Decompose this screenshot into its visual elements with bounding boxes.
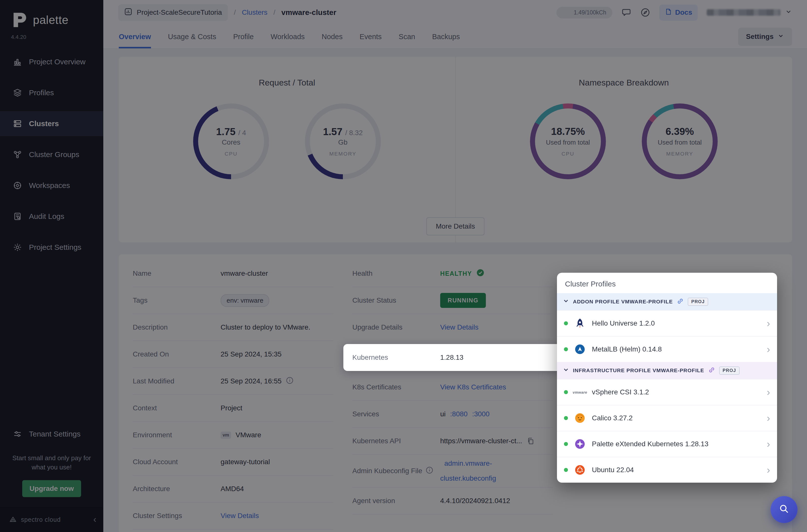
breadcrumb-clusters-link[interactable]: Clusters	[242, 8, 268, 16]
detail-label: Context	[133, 404, 221, 412]
tab-profile[interactable]: Profile	[233, 25, 254, 49]
tab-workloads[interactable]: Workloads	[271, 25, 305, 49]
profile-item-ubuntu[interactable]: Ubuntu 22.04 ›	[557, 457, 777, 483]
detail-row-cluster-status: Cluster Status RUNNING	[352, 287, 553, 314]
addon-profile-section-header[interactable]: ADDON PROFILE VMWARE-PROFILE PROJ	[557, 293, 777, 310]
project-selector[interactable]: Project-ScaleSecureTutoria	[118, 4, 228, 21]
cpu-caption: CPU	[225, 151, 238, 157]
sidebar-item-project-overview[interactable]: Project Overview	[0, 49, 103, 74]
tab-events[interactable]: Events	[360, 25, 382, 49]
details-left-column: Name vmware-cluster Tags env: vmware Des…	[133, 260, 333, 530]
brand-row: palette	[0, 0, 103, 29]
detail-label: Cloud Account	[133, 458, 221, 466]
brand-name: palette	[33, 13, 68, 27]
profile-layer-name: Palette eXtended Kubernetes 1.28.13	[592, 440, 709, 448]
detail-label: K8s Certificates	[352, 383, 440, 391]
search-icon	[778, 504, 790, 516]
topbar-right: 1.49/100kCh Docs	[556, 4, 792, 21]
chevron-right-icon: ›	[767, 465, 770, 475]
more-details-button[interactable]: More Details	[426, 217, 484, 235]
tab-usage-costs[interactable]: Usage & Costs	[168, 25, 216, 49]
namespace-breakdown-title: Namespace Breakdown	[456, 78, 792, 88]
detail-row-tags: Tags env: vmware	[133, 287, 333, 314]
upgrade-view-details-link[interactable]: View Details	[440, 323, 479, 331]
link-icon	[708, 366, 715, 375]
usage-meter: 1.49/100kCh	[556, 7, 612, 18]
detail-row-kubernetes-spotlight: Kubernetes 1.28.13	[343, 344, 562, 371]
workspaces-icon	[13, 181, 22, 190]
namespace-cpu-donut: 18.75% Used from total CPU	[530, 103, 606, 179]
details-right-column: Health HEALTHY Cluster Status RUNNING Up…	[352, 260, 553, 515]
detail-label: Services	[352, 410, 440, 418]
upgrade-now-button[interactable]: Upgrade now	[22, 480, 81, 497]
profiles-icon	[13, 88, 22, 97]
sidebar-item-profiles[interactable]: Profiles	[0, 80, 103, 105]
profile-layer-name: MetalLB (Helm) 0.14.8	[592, 345, 662, 353]
sidebar-item-clusters[interactable]: Clusters	[0, 111, 103, 136]
profile-item-vsphere-csi[interactable]: vmware vSphere CSI 3.1.2 ›	[557, 379, 777, 405]
tab-nodes[interactable]: Nodes	[322, 25, 343, 49]
profile-layer-name: Hello Universe 1.2.0	[592, 319, 655, 327]
service-port-3000-link[interactable]: :3000	[472, 410, 490, 418]
profile-item-calico[interactable]: Calico 3.27.2 ›	[557, 405, 777, 431]
kubeconfig-file-link[interactable]: cluster.kubeconfig	[440, 473, 496, 483]
detail-value: 4.4.10/20240921.0412	[440, 497, 510, 505]
health-status-text: HEALTHY	[440, 270, 472, 277]
info-icon[interactable]	[286, 377, 293, 386]
detail-value: VMware	[236, 431, 261, 439]
infrastructure-profile-name: INFRASTRUCTURE PROFILE VMWARE-PROFILE	[573, 367, 704, 374]
detail-label: Name	[133, 269, 221, 278]
scope-badge: PROJ	[688, 298, 708, 306]
detail-row-upgrade-details: Upgrade Details View Details	[352, 314, 553, 341]
detail-label: Description	[133, 323, 221, 331]
docs-button[interactable]: Docs	[659, 4, 698, 21]
request-total-section: Request / Total 1.75 / 4 Cores CPU 1.57 …	[119, 57, 456, 242]
view-k8s-certificates-link[interactable]: View K8s Certificates	[440, 383, 506, 391]
profile-item-hello-universe[interactable]: Hello Universe 1.2.0 ›	[557, 310, 777, 336]
profile-item-palette-extended-kubernetes[interactable]: Palette eXtended Kubernetes 1.28.13 ›	[557, 431, 777, 457]
docs-icon	[665, 8, 672, 17]
sidebar-item-audit-logs[interactable]: Audit Logs	[0, 204, 103, 229]
sidebar-collapse-icon[interactable]: ‹	[93, 515, 96, 524]
chevron-down-icon	[777, 33, 784, 41]
tab-scan[interactable]: Scan	[399, 25, 415, 49]
upgrade-promo-text: Start small and only pay for what you us…	[7, 454, 96, 472]
detail-label: Last Modified	[133, 377, 221, 385]
copy-icon[interactable]	[527, 437, 534, 445]
namespace-cpu-caption: CPU	[562, 151, 574, 157]
sidebar-item-project-settings[interactable]: Project Settings	[0, 235, 103, 260]
service-port-8080-link[interactable]: :8080	[450, 410, 467, 418]
chevron-right-icon: ›	[767, 387, 770, 397]
memory-used-value: 1.57	[323, 126, 342, 137]
app-root: palette 4.4.20 Project Overview Profiles…	[0, 0, 807, 532]
namespace-memory-caption: MEMORY	[666, 151, 694, 157]
detail-row-description: Description Cluster to deploy to VMware.	[133, 314, 333, 341]
memory-request-gauge: 1.57 / 8.32 Gb MEMORY	[305, 103, 381, 179]
detail-row-architecture: Architecture AMD64	[133, 476, 333, 502]
detail-label: Cluster Settings	[133, 512, 221, 520]
cluster-profiles-panel: Cluster Profiles ADDON PROFILE VMWARE-PR…	[557, 273, 777, 483]
cluster-settings-view-details-link[interactable]: View Details	[221, 512, 259, 520]
detail-row-services: Services ui :8080 :3000	[352, 401, 553, 428]
detail-value: vmware-cluster	[221, 269, 268, 278]
cpu-request-gauge: 1.75 / 4 Cores CPU	[193, 103, 269, 179]
info-icon[interactable]	[426, 467, 433, 476]
sidebar-item-label: Workspaces	[29, 181, 70, 190]
sidebar-item-tenant-settings[interactable]: Tenant Settings	[0, 421, 103, 446]
chat-icon[interactable]	[621, 7, 631, 17]
pxk-icon	[573, 438, 586, 451]
detail-row-agent-version: Agent version 4.4.10/20240921.0412	[352, 488, 553, 515]
tab-overview[interactable]: Overview	[119, 25, 151, 49]
explore-compass-icon[interactable]	[640, 7, 650, 17]
sidebar-item-cluster-groups[interactable]: Cluster Groups	[0, 142, 103, 167]
sidebar-item-workspaces[interactable]: Workspaces	[0, 173, 103, 198]
profile-item-metallb[interactable]: MetalLB (Helm) 0.14.8 ›	[557, 336, 777, 362]
breadcrumb-current-cluster: vmware-cluster	[281, 8, 336, 17]
tab-backups[interactable]: Backups	[432, 25, 460, 49]
search-fab[interactable]	[771, 496, 797, 523]
account-menu[interactable]	[707, 8, 792, 17]
settings-button[interactable]: Settings	[738, 28, 792, 46]
addon-profile-name: ADDON PROFILE VMWARE-PROFILE	[573, 299, 673, 305]
infrastructure-profile-section-header[interactable]: INFRASTRUCTURE PROFILE VMWARE-PROFILE PR…	[557, 362, 777, 379]
kubeconfig-file-link[interactable]: admin.vmware-	[444, 458, 492, 469]
